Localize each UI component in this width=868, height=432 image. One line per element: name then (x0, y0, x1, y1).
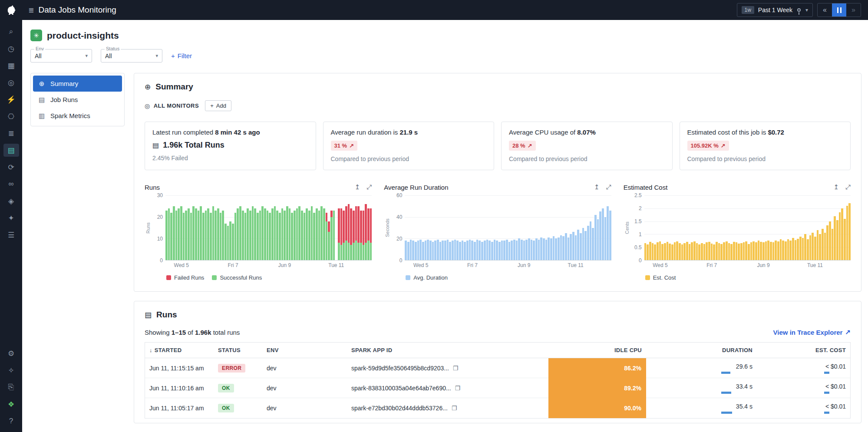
copy-icon[interactable]: ❐ (452, 405, 457, 412)
bar-segment (254, 208, 256, 260)
bar-segment (765, 241, 767, 260)
bar (350, 195, 352, 260)
skip-backward-button[interactable]: « (818, 3, 832, 16)
view-in-trace-explorer-link[interactable]: View in Trace Explorer ↗ (773, 328, 851, 336)
bar (434, 195, 436, 260)
page-title: product-insights (47, 30, 119, 41)
dashboards-icon[interactable]: ▦ (3, 59, 19, 72)
skip-forward-button[interactable]: » (846, 3, 861, 16)
env-filter-select[interactable]: Env All ▾ (30, 49, 92, 63)
column-header-duration[interactable]: DURATION (646, 343, 757, 358)
copy-icon[interactable]: ❐ (455, 385, 461, 392)
table-row[interactable]: Jun 11, 11:10:16 amOKdevspark-8383100035… (145, 378, 850, 398)
copy-page-icon[interactable]: ⎘ (3, 381, 19, 394)
bar (716, 195, 718, 260)
bar-segment (748, 244, 750, 260)
run-status-cell: ERROR (214, 358, 262, 378)
idle-cpu-cell: 86.2% (548, 358, 646, 378)
bar (212, 195, 215, 260)
env-filter-value: All (35, 53, 42, 59)
processes-icon[interactable]: ≣ (3, 127, 19, 140)
bar-segment (681, 244, 683, 260)
bar-segment (531, 240, 533, 260)
column-header-idle-cpu[interactable]: IDLE CPU (548, 343, 646, 358)
column-header-env[interactable]: ENV (262, 343, 347, 358)
bar (834, 195, 836, 260)
status-filter-select[interactable]: Status All ▾ (101, 49, 162, 63)
chart-title: Average Run Duration (384, 184, 448, 191)
search-icon[interactable]: ⌕ (3, 25, 19, 38)
expand-icon[interactable]: ⤢ (606, 183, 611, 191)
bar (496, 195, 498, 260)
bits-ai-icon[interactable]: ❖ (3, 398, 19, 411)
settings-icon[interactable]: ⚙ (3, 347, 19, 360)
idle-cpu-cell: 90.0% (548, 398, 646, 418)
expand-icon[interactable]: ⤢ (366, 183, 372, 191)
bar (691, 195, 693, 260)
datadog-logo[interactable] (6, 0, 17, 20)
bar (708, 195, 710, 260)
pin-icon[interactable] (797, 8, 801, 12)
service-map-icon[interactable]: ∞ (3, 178, 19, 191)
bar (264, 195, 266, 260)
bar-segment (353, 211, 355, 243)
bar-segment (755, 242, 757, 260)
subnav-item-spark-metrics[interactable]: ▥Spark Metrics (33, 108, 122, 124)
add-filter-button[interactable]: + Filter (171, 52, 192, 59)
bar (323, 195, 325, 260)
column-header-est-cost[interactable]: EST. COST (757, 343, 850, 358)
pause-button[interactable] (832, 3, 846, 16)
ci-pipelines-icon[interactable]: ⟳ (3, 161, 19, 174)
bar-segment (584, 231, 587, 260)
trace-explorer-link-label: View in Trace Explorer (773, 329, 843, 336)
history-icon[interactable]: ◷ (3, 42, 19, 55)
bar-segment (229, 221, 231, 260)
plot[interactable] (644, 195, 851, 261)
expand-icon[interactable]: ⤢ (845, 183, 851, 191)
bar (439, 195, 442, 260)
bar-segment (752, 241, 755, 260)
export-icon[interactable]: ↥ (833, 183, 839, 191)
subnav-item-summary[interactable]: ⊕Summary (33, 76, 122, 92)
column-header-status[interactable]: STATUS (214, 343, 262, 358)
table-row[interactable]: Jun 11, 11:05:17 amOKdevspark-e72bd30b02… (145, 398, 850, 418)
bar (594, 195, 597, 260)
subnav-item-job-runs[interactable]: ▤Job Runs (33, 92, 122, 108)
export-icon[interactable]: ↥ (355, 183, 360, 191)
security-icon[interactable]: ◈ (3, 195, 19, 208)
export-icon[interactable]: ↥ (594, 183, 600, 191)
monitors-icon[interactable]: ◎ (3, 76, 19, 89)
column-header-spark-app-id[interactable]: SPARK APP ID (347, 343, 548, 358)
table-row[interactable]: Jun 11, 11:15:15 amERRORdevspark-59d9d5f… (145, 358, 850, 378)
bar (521, 195, 523, 260)
infrastructure-icon[interactable]: ⎔ (3, 110, 19, 123)
job-subnav: ⊕Summary▤Job Runs▥Spark Metrics (30, 73, 125, 126)
bar (343, 195, 345, 260)
apm-icon[interactable]: ⚡ (3, 93, 19, 106)
column-header-started[interactable]: ↓ STARTED (145, 343, 214, 358)
plot[interactable] (165, 195, 372, 261)
add-monitor-button[interactable]: + Add (205, 100, 231, 111)
bar-segment (760, 242, 762, 260)
runs-section-title: Runs (156, 310, 177, 320)
data-jobs-icon[interactable]: ▤ (3, 144, 19, 157)
logs-icon[interactable]: ☰ (3, 228, 19, 241)
datadog-dog-icon (6, 4, 17, 16)
bar-segment (340, 208, 343, 245)
whats-new-icon[interactable]: ✧ (3, 364, 19, 377)
page-head: ✳ product-insights (30, 30, 861, 41)
integrations-icon[interactable]: ✦ (3, 211, 19, 224)
bar-segment (333, 211, 335, 260)
duration-bar (721, 392, 752, 394)
bar-segment (782, 241, 784, 260)
help-icon[interactable]: ? (3, 415, 19, 428)
bar-segment (711, 244, 713, 260)
time-range-picker[interactable]: 1w Past 1 Week ▾ (737, 3, 813, 17)
copy-icon[interactable]: ❐ (453, 365, 459, 372)
bar-segment (466, 241, 469, 260)
plot[interactable] (405, 195, 611, 261)
bar-segment (313, 213, 315, 260)
chevron-down-icon[interactable]: ▾ (805, 7, 808, 13)
duration-bar-fill (721, 412, 732, 414)
status-badge: OK (218, 404, 234, 412)
